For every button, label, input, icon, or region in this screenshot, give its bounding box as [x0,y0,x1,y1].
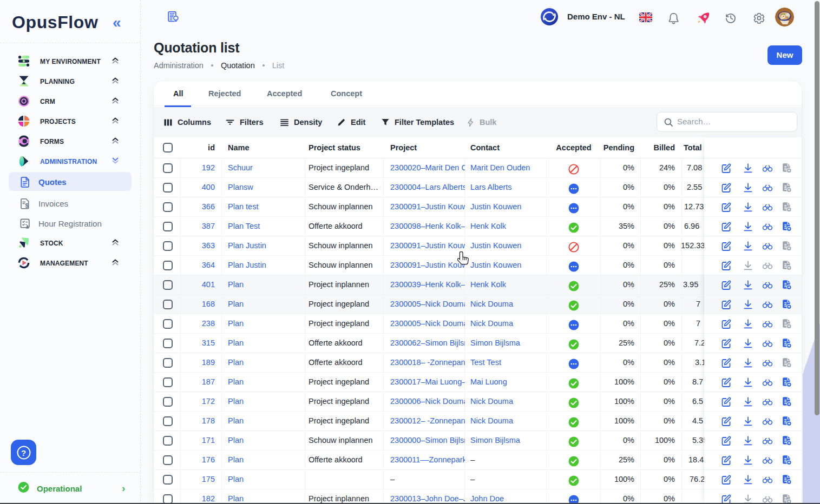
svg-text:$: $ [25,202,29,209]
